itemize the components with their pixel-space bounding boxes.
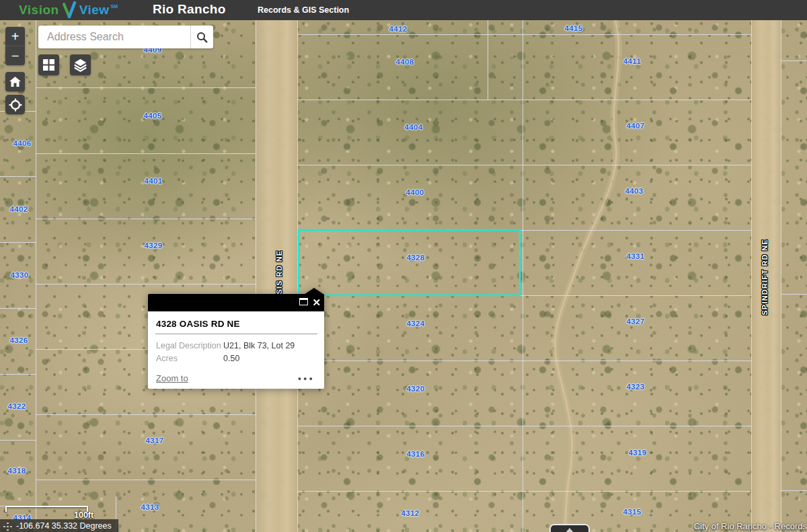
popup-titlebar: ✕ (148, 294, 324, 311)
coordinates-readout: -106.674 35.332 Degrees (16, 521, 112, 531)
parcel-label: 4329 (144, 241, 162, 250)
vision-view-logo[interactable]: Vision View SM (19, 1, 118, 20)
parcel-label: 4317 (145, 436, 163, 445)
popup-footer: Zoom to ●●● (148, 373, 324, 383)
parcel-label: 4322 (7, 402, 26, 410)
parcel-label: 4406 (13, 139, 31, 147)
parcel-label: 4411 (623, 57, 642, 65)
popup: ✕ 4328 OASIS RD NE Legal Description U21… (148, 294, 324, 389)
parcel-label: 4324 (406, 319, 424, 328)
popup-actions-button[interactable]: ●●● (298, 376, 315, 381)
attribute-table-expand-button[interactable] (549, 524, 590, 532)
parcel-label: 4316 (406, 450, 424, 458)
parcel-label: 4402 (9, 205, 28, 213)
parcel-label: 4323 (626, 383, 644, 391)
popup-body: 4328 OASIS RD NE Legal Description U21, … (148, 311, 324, 389)
popup-row: Acres 0.50 (148, 352, 324, 365)
address-search (38, 26, 213, 48)
app-title: Rio Rancho (153, 2, 226, 17)
layers-button[interactable] (70, 54, 91, 75)
coordinates-crosshair-icon (1, 521, 13, 531)
logo-word-vision: Vision (19, 3, 59, 17)
parcel-label: 4415 (564, 24, 582, 32)
search-button[interactable] (190, 26, 213, 48)
app-header: Vision View SM Rio Rancho Records & GIS … (0, 0, 807, 20)
parcel-label: 4408 (395, 58, 414, 66)
parcel-label: 4412 (389, 25, 407, 33)
locate-button[interactable] (5, 95, 25, 114)
logo-v-icon (61, 1, 77, 19)
popup-field-label: Legal Description (156, 341, 223, 350)
search-input[interactable] (38, 26, 190, 48)
popup-field-value: U21, Blk 73, Lot 29 (223, 341, 295, 350)
parcel-label: 4403 (625, 187, 643, 195)
vision-view-app: Vision View SM Rio Rancho Records & GIS … (0, 0, 807, 532)
parcel-label: 4400 (406, 188, 424, 196)
popup-row: Legal Description U21, Blk 73, Lot 29 (148, 340, 324, 352)
zoom-to-link[interactable]: Zoom to (156, 373, 188, 383)
logo-word-view: View (79, 3, 110, 17)
home-button[interactable] (5, 72, 25, 91)
search-icon (196, 32, 208, 43)
parcel-label: 4318 (7, 467, 26, 475)
parcel-label: 4330 (10, 271, 28, 279)
zoom-in-button[interactable]: + (5, 27, 25, 46)
zoom-control: + − (5, 27, 25, 65)
map-attribution: City of Rio Rancho - Records (694, 521, 807, 531)
parcel-label: 4327 (626, 317, 644, 326)
locate-icon (9, 98, 22, 112)
popup-field-value: 0.50 (223, 354, 239, 363)
parcel-labels-layer: 4406440243304326432243184314440944054401… (0, 20, 807, 532)
scale-bar-label: 100ft (74, 510, 93, 520)
parcel-label: 4331 (626, 252, 644, 260)
map-canvas[interactable]: 4406440243304326432243184314440944054401… (0, 20, 807, 532)
road-label-spindrift: SPINDRIFT RD NE (761, 239, 769, 315)
popup-close-button[interactable]: ✕ (312, 297, 321, 309)
app-subtitle: Records & GIS Section (258, 5, 349, 15)
basemap-grid-icon (43, 59, 54, 71)
parcel-label: 4326 (9, 336, 28, 344)
coordinates-widget[interactable]: -106.674 35.332 Degrees (0, 519, 118, 532)
parcel-label: 4405 (143, 112, 161, 120)
chevron-up-icon (565, 528, 574, 532)
parcel-label: 4313 (141, 503, 159, 511)
popup-dock-button[interactable] (299, 298, 308, 305)
popup-field-label: Acres (156, 354, 223, 363)
popup-divider (155, 334, 317, 334)
parcel-label: 4315 (623, 508, 641, 516)
zoom-out-button[interactable]: − (5, 46, 25, 65)
parcel-label: 4407 (626, 122, 644, 130)
parcel-label: 4328 (406, 254, 424, 262)
logo-trademark: SM (111, 4, 118, 9)
parcel-label: 4401 (144, 177, 162, 185)
layers-icon (73, 58, 87, 72)
popup-title: 4328 OASIS RD NE (148, 311, 324, 334)
home-icon (9, 77, 21, 87)
parcel-label: 4320 (406, 385, 424, 393)
parcel-label: 4319 (628, 449, 646, 457)
parcel-label: 4312 (401, 509, 419, 517)
basemap-gallery-button[interactable] (38, 54, 59, 75)
parcel-label: 4404 (404, 123, 422, 131)
